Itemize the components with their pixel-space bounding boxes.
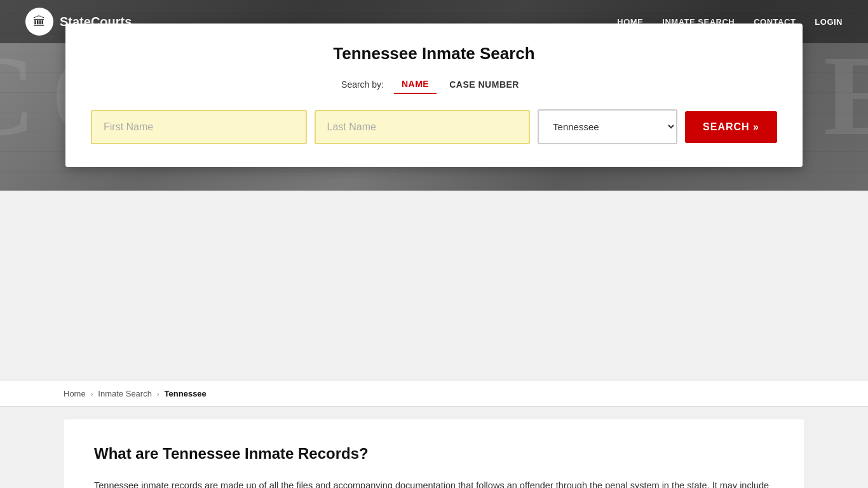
tab-case-number[interactable]: CASE NUMBER [442,76,527,93]
paragraph-1: Tennessee inmate records are made up of … [94,478,774,488]
breadcrumb-home[interactable]: Home [64,389,86,398]
header-section: COURTHOUSE 🏛 StateCourts HOME INMATE SEA… [0,0,868,191]
nav-login[interactable]: LOGIN [815,17,843,27]
search-by-label: Search by: [341,79,384,90]
content-area: What are Tennessee Inmate Records? Tenne… [0,407,868,488]
logo-icon: 🏛 [25,8,53,36]
search-card: Tennessee Inmate Search Search by: NAME … [65,24,803,167]
state-select[interactable]: TennesseeAlabamaAlaskaArizonaArkansasCal… [538,109,677,144]
main-heading: What are Tennessee Inmate Records? [94,445,774,463]
breadcrumb-inmate-search[interactable]: Inmate Search [98,389,152,398]
search-form: TennesseeAlabamaAlaskaArizonaArkansasCal… [91,109,777,144]
last-name-input[interactable] [315,110,531,144]
breadcrumb-chevron-1: › [91,390,93,398]
search-tabs: Search by: NAME CASE NUMBER [91,75,777,94]
first-name-input[interactable] [91,110,307,144]
search-card-title: Tennessee Inmate Search [91,44,777,64]
breadcrumb-chevron-2: › [157,390,159,398]
tab-name[interactable]: NAME [394,75,437,94]
search-button[interactable]: SEARCH » [685,111,777,143]
main-content-card: What are Tennessee Inmate Records? Tenne… [64,419,804,488]
breadcrumb: Home › Inmate Search › Tennessee [0,381,868,407]
breadcrumb-current: Tennessee [165,389,207,398]
